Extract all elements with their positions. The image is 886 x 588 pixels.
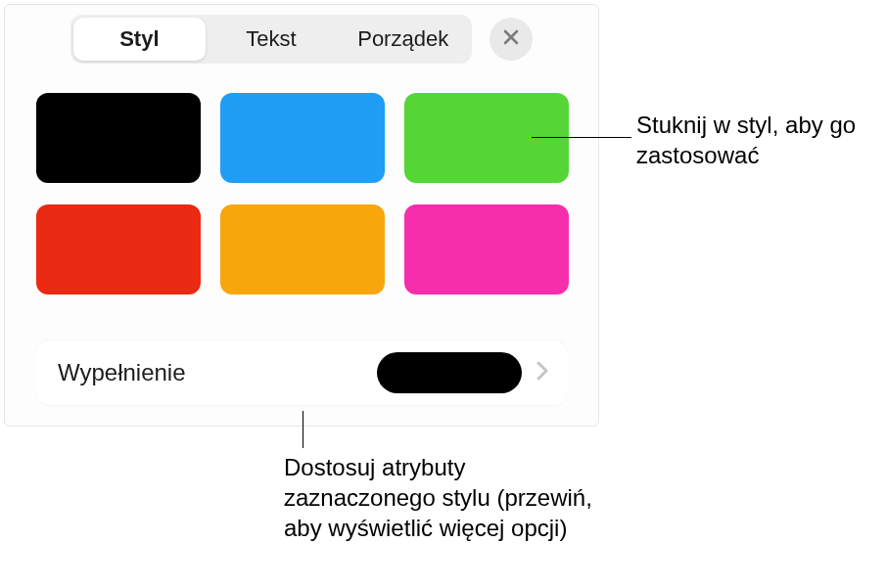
- format-panel: Styl Tekst Porządek Wypełnienie: [4, 4, 599, 427]
- style-swatches: [36, 93, 569, 294]
- style-swatch-green[interactable]: [404, 93, 569, 183]
- style-swatch-orange[interactable]: [220, 204, 385, 294]
- callout-text: Dostosuj atrybuty zaznaczonego stylu (pr…: [284, 454, 592, 541]
- style-swatch-black[interactable]: [36, 93, 201, 183]
- tab-label: Porządek: [357, 26, 448, 52]
- tab-text[interactable]: Tekst: [206, 18, 338, 61]
- tabbar: Styl Tekst Porządek: [70, 15, 472, 64]
- callout-customize: Dostosuj atrybuty zaznaczonego stylu (pr…: [284, 452, 617, 544]
- style-swatch-blue[interactable]: [220, 93, 385, 183]
- fill-row[interactable]: Wypełnienie: [36, 339, 567, 406]
- tab-style[interactable]: Styl: [73, 18, 206, 61]
- callout-text: Stuknij w styl, aby go zastosować: [636, 112, 856, 168]
- tabbar-row: Styl Tekst Porządek: [5, 15, 598, 64]
- tab-label: Tekst: [246, 26, 296, 52]
- style-swatch-pink[interactable]: [404, 204, 569, 294]
- tab-arrange[interactable]: Porządek: [337, 18, 469, 61]
- close-button[interactable]: [490, 18, 533, 61]
- callout-leader: [532, 137, 631, 138]
- fill-label: Wypełnienie: [58, 359, 377, 386]
- callout-tap-style: Stuknij w styl, aby go zastosować: [636, 110, 886, 170]
- close-icon: [502, 28, 520, 50]
- tab-label: Styl: [119, 26, 159, 52]
- fill-color-preview: [377, 352, 522, 393]
- chevron-right-icon: [536, 360, 549, 385]
- style-swatch-red[interactable]: [36, 204, 201, 294]
- callout-leader: [303, 411, 303, 448]
